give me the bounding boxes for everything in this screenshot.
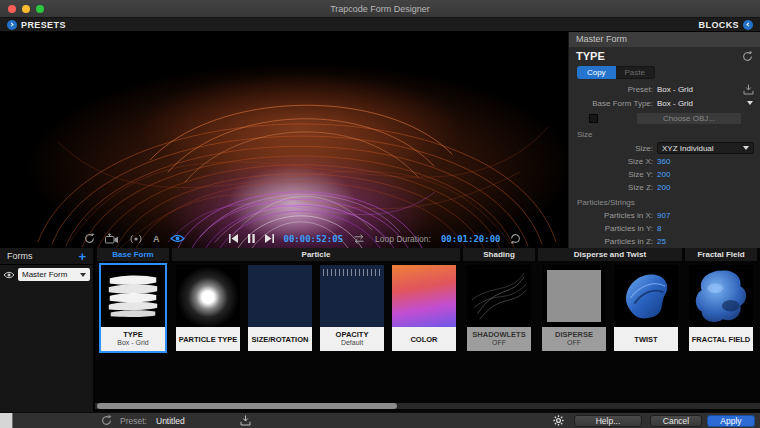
scrollbar-thumb[interactable] xyxy=(97,403,397,409)
size-z-value[interactable]: 200 xyxy=(657,183,670,192)
current-time-display[interactable]: 00:00:52:05 xyxy=(284,234,344,244)
block-type-thumbnail xyxy=(101,265,165,327)
particles-z-label: Particles in Z: xyxy=(569,237,657,246)
category-header-fractal-field: Fractal Field xyxy=(685,248,757,261)
forms-panel: Forms + Master Form xyxy=(0,248,95,412)
particles-z-value[interactable]: 25 xyxy=(657,237,666,246)
block-title: FRACTAL FIELD xyxy=(692,335,750,344)
particles-x-value[interactable]: 907 xyxy=(657,211,670,220)
window-title: Trapcode Form Designer xyxy=(330,4,430,14)
add-form-button[interactable]: + xyxy=(78,250,86,263)
loop-duration-value[interactable]: 00:01:20:00 xyxy=(441,234,501,244)
minimize-button[interactable] xyxy=(22,5,30,13)
block-subtitle: Box - Grid xyxy=(117,339,149,347)
category-header-particle: Particle xyxy=(172,248,460,261)
close-button[interactable] xyxy=(8,5,16,13)
presets-button[interactable]: PRESETS xyxy=(7,20,66,30)
resize-handle[interactable] xyxy=(0,413,13,428)
base-form-type-value[interactable]: Box - Grid xyxy=(657,99,693,108)
block-title: OPACITY xyxy=(336,330,369,339)
chevron-left-icon xyxy=(743,20,753,30)
bottom-preset-name[interactable]: Untitled xyxy=(156,413,185,428)
chevron-down-icon xyxy=(743,146,749,150)
bottom-preset-label: Preset: xyxy=(120,413,147,428)
choose-obj-button[interactable]: Choose OBJ... xyxy=(636,112,742,125)
block-size-rotation[interactable]: SIZE/ROTATION xyxy=(246,263,314,353)
preview-stage: A 00:00:52:05 Loop Duration: 00:01:20:00 xyxy=(0,32,760,248)
size-mode-value: XYZ Individual xyxy=(662,144,714,153)
playback-controls: A 00:00:52:05 Loop Duration: 00:01:20:00 xyxy=(84,230,521,247)
size-mode-dropdown[interactable]: XYZ Individual xyxy=(657,142,754,154)
particles-y-value[interactable]: 8 xyxy=(657,224,661,233)
pause-icon[interactable] xyxy=(248,234,255,243)
block-opacity[interactable]: OPACITY Default xyxy=(318,263,386,353)
block-subtitle: Default xyxy=(341,339,363,347)
paste-button[interactable]: Paste xyxy=(616,66,656,79)
help-button[interactable]: Help... xyxy=(574,415,642,427)
lower-section: Forms + Master Form Base Form xyxy=(0,248,760,412)
horizontal-scrollbar[interactable] xyxy=(95,403,760,409)
block-fractal-field[interactable]: FRACTAL FIELD xyxy=(687,263,755,353)
form-visibility-eye-icon[interactable] xyxy=(3,271,15,279)
category-disperse-twist: Disperse and Twist DISPERSE OFF xyxy=(538,248,682,353)
block-twist-thumbnail xyxy=(614,265,678,327)
block-opacity-thumbnail xyxy=(320,265,384,327)
settings-gear-icon[interactable] xyxy=(553,413,564,428)
forms-panel-title: Forms xyxy=(7,251,33,261)
block-color[interactable]: COLOR xyxy=(390,263,458,353)
refresh-preview-icon[interactable] xyxy=(84,233,95,244)
category-base-form: Base Form TY xyxy=(97,248,169,353)
block-title: TWIST xyxy=(634,335,657,344)
category-header-disperse-twist: Disperse and Twist xyxy=(538,248,682,261)
selected-form-name: Master Form xyxy=(22,270,67,279)
block-shadowlets[interactable]: SHADOWLETS OFF xyxy=(465,263,533,353)
block-particle-type-thumbnail xyxy=(176,265,240,327)
block-title: SHADOWLETS xyxy=(472,330,525,339)
copy-button[interactable]: Copy xyxy=(577,66,616,79)
block-type[interactable]: TYPE Box - Grid xyxy=(99,263,167,353)
panel-header-title: Master Form xyxy=(569,32,760,47)
blocks-label: BLOCKS xyxy=(699,20,739,30)
visibility-eye-icon[interactable] xyxy=(170,234,185,243)
form-selector-dropdown[interactable]: Master Form xyxy=(18,268,90,281)
block-title: PARTICLE TYPE xyxy=(179,335,238,344)
obj-checkbox[interactable] xyxy=(589,114,598,123)
reset-duration-icon[interactable] xyxy=(510,233,521,244)
copy-paste-toggle: Copy Paste xyxy=(577,66,655,79)
titlebar: Trapcode Form Designer xyxy=(0,0,760,18)
block-title: DISPERSE xyxy=(555,330,593,339)
reset-section-icon[interactable] xyxy=(742,51,753,62)
block-disperse-thumbnail xyxy=(542,265,606,327)
size-y-label: Size Y: xyxy=(569,170,657,179)
skip-to-start-icon[interactable] xyxy=(229,234,238,243)
zoom-button[interactable] xyxy=(36,5,44,13)
presets-label: PRESETS xyxy=(21,20,66,30)
block-fractal-field-thumbnail xyxy=(689,265,753,327)
loop-icon[interactable] xyxy=(353,234,365,244)
save-preset-icon[interactable] xyxy=(743,84,754,95)
category-header-base-form: Base Form xyxy=(97,248,169,261)
reset-preset-icon[interactable] xyxy=(101,413,112,428)
base-form-type-label: Base Form Type: xyxy=(569,99,657,108)
block-shadowlets-thumbnail xyxy=(467,265,531,327)
skip-to-end-icon[interactable] xyxy=(265,234,274,243)
block-title: SIZE/ROTATION xyxy=(252,335,309,344)
category-particle: Particle PARTICLE TYPE SIZE/ROTATION OPA… xyxy=(172,248,460,353)
chevron-down-icon[interactable] xyxy=(747,101,753,105)
preset-value[interactable]: Box - Grid xyxy=(657,85,693,94)
render-camera-icon[interactable] xyxy=(105,233,119,244)
cancel-button[interactable]: Cancel xyxy=(650,415,702,427)
block-particle-type[interactable]: PARTICLE TYPE xyxy=(174,263,242,353)
motion-blur-icon[interactable] xyxy=(129,234,143,244)
blocks-button[interactable]: BLOCKS xyxy=(699,20,753,30)
save-icon[interactable] xyxy=(240,413,251,428)
preset-label: Preset: xyxy=(569,85,657,94)
size-y-value[interactable]: 200 xyxy=(657,170,670,179)
block-twist[interactable]: TWIST xyxy=(612,263,680,353)
adaptive-quality-icon[interactable]: A xyxy=(153,234,160,244)
window-controls xyxy=(8,5,44,13)
category-shading: Shading SHADOWLETS xyxy=(463,248,535,353)
size-x-value[interactable]: 360 xyxy=(657,157,670,166)
apply-button[interactable]: Apply xyxy=(707,415,755,427)
block-disperse[interactable]: DISPERSE OFF xyxy=(540,263,608,353)
